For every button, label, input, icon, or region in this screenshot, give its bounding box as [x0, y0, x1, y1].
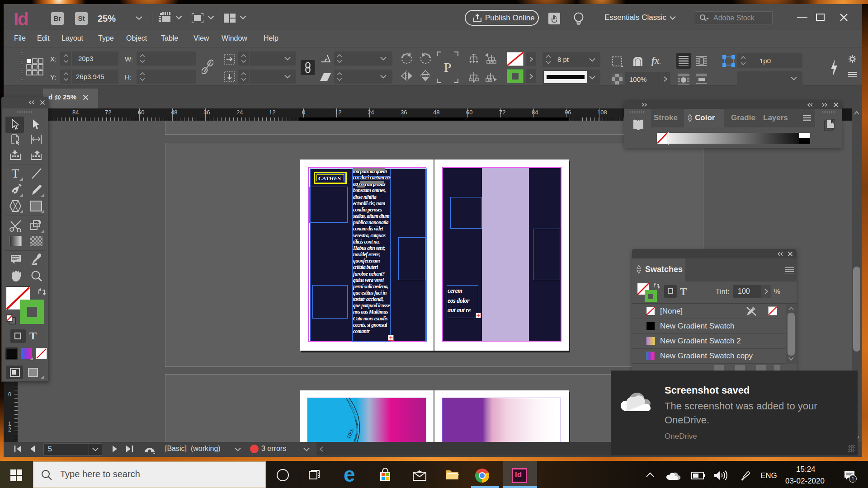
svg-text:TIES: TIES	[345, 428, 354, 440]
